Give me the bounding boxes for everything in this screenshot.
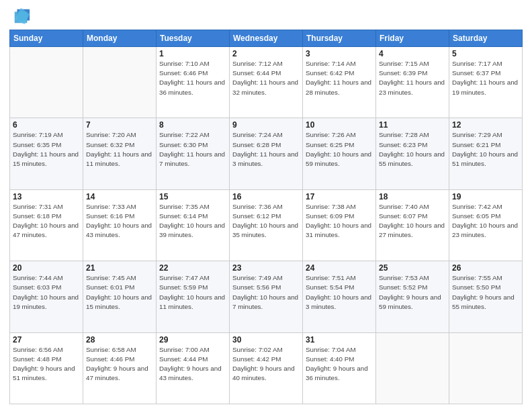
day-number: 5 xyxy=(452,49,519,58)
calendar-cell: 1Sunrise: 7:10 AM Sunset: 6:46 PM Daylig… xyxy=(157,47,230,118)
weekday-header-friday: Friday xyxy=(376,30,449,47)
day-info: Sunrise: 7:55 AM Sunset: 5:50 PM Dayligh… xyxy=(452,273,519,312)
week-row-4: 20Sunrise: 7:44 AM Sunset: 6:03 PM Dayli… xyxy=(10,261,523,332)
calendar-cell: 26Sunrise: 7:55 AM Sunset: 5:50 PM Dayli… xyxy=(449,261,523,332)
day-number: 13 xyxy=(13,192,80,201)
day-number: 8 xyxy=(159,120,226,130)
day-info: Sunrise: 7:12 AM Sunset: 6:44 PM Dayligh… xyxy=(232,59,300,97)
day-info: Sunrise: 7:22 AM Sunset: 6:30 PM Dayligh… xyxy=(159,130,226,169)
day-number: 16 xyxy=(232,192,300,201)
calendar-cell: 29Sunrise: 7:00 AM Sunset: 4:44 PM Dayli… xyxy=(157,332,230,404)
day-info: Sunrise: 7:17 AM Sunset: 6:37 PM Dayligh… xyxy=(452,59,519,97)
day-info: Sunrise: 7:20 AM Sunset: 6:32 PM Dayligh… xyxy=(86,130,153,169)
day-info: Sunrise: 7:24 AM Sunset: 6:28 PM Dayligh… xyxy=(232,130,300,169)
day-info: Sunrise: 6:56 AM Sunset: 4:48 PM Dayligh… xyxy=(13,345,80,383)
day-number: 24 xyxy=(306,263,373,273)
logo-icon xyxy=(12,7,31,26)
calendar-cell xyxy=(376,332,449,404)
day-info: Sunrise: 7:10 AM Sunset: 6:46 PM Dayligh… xyxy=(159,59,226,97)
page: SundayMondayTuesdayWednesdayThursdayFrid… xyxy=(0,0,532,411)
day-number: 7 xyxy=(86,120,153,130)
calendar-cell: 25Sunrise: 7:53 AM Sunset: 5:52 PM Dayli… xyxy=(376,261,449,332)
day-number: 22 xyxy=(159,263,226,273)
day-number: 26 xyxy=(452,263,519,273)
calendar-cell: 13Sunrise: 7:31 AM Sunset: 6:18 PM Dayli… xyxy=(10,189,83,261)
calendar-cell xyxy=(83,47,157,118)
day-number: 17 xyxy=(306,192,373,201)
calendar-table: SundayMondayTuesdayWednesdayThursdayFrid… xyxy=(9,30,523,404)
day-info: Sunrise: 7:45 AM Sunset: 6:01 PM Dayligh… xyxy=(86,273,153,312)
day-info: Sunrise: 7:38 AM Sunset: 6:09 PM Dayligh… xyxy=(306,202,373,240)
weekday-header-monday: Monday xyxy=(83,30,157,47)
day-number: 29 xyxy=(159,335,226,345)
calendar-cell: 15Sunrise: 7:35 AM Sunset: 6:14 PM Dayli… xyxy=(157,189,230,261)
day-number: 1 xyxy=(159,49,226,58)
day-info: Sunrise: 7:31 AM Sunset: 6:18 PM Dayligh… xyxy=(13,202,80,240)
calendar-cell: 17Sunrise: 7:38 AM Sunset: 6:09 PM Dayli… xyxy=(303,189,376,261)
day-number: 21 xyxy=(86,263,153,273)
calendar-cell: 23Sunrise: 7:49 AM Sunset: 5:56 PM Dayli… xyxy=(230,261,303,332)
day-info: Sunrise: 7:47 AM Sunset: 5:59 PM Dayligh… xyxy=(159,273,226,312)
calendar-cell: 10Sunrise: 7:26 AM Sunset: 6:25 PM Dayli… xyxy=(303,118,376,189)
calendar-cell: 12Sunrise: 7:29 AM Sunset: 6:21 PM Dayli… xyxy=(449,118,523,189)
calendar-cell: 30Sunrise: 7:02 AM Sunset: 4:42 PM Dayli… xyxy=(230,332,303,404)
weekday-header-wednesday: Wednesday xyxy=(230,30,303,47)
calendar-cell: 3Sunrise: 7:14 AM Sunset: 6:42 PM Daylig… xyxy=(303,47,376,118)
day-info: Sunrise: 7:19 AM Sunset: 6:35 PM Dayligh… xyxy=(13,130,80,169)
day-number: 3 xyxy=(306,49,373,58)
weekday-header-saturday: Saturday xyxy=(449,30,523,47)
week-row-2: 6Sunrise: 7:19 AM Sunset: 6:35 PM Daylig… xyxy=(10,118,523,189)
day-info: Sunrise: 7:40 AM Sunset: 6:07 PM Dayligh… xyxy=(379,202,446,240)
calendar-cell xyxy=(10,47,83,118)
day-number: 12 xyxy=(452,120,519,130)
calendar-cell: 22Sunrise: 7:47 AM Sunset: 5:59 PM Dayli… xyxy=(157,261,230,332)
calendar-cell: 19Sunrise: 7:42 AM Sunset: 6:05 PM Dayli… xyxy=(449,189,523,261)
calendar-cell: 9Sunrise: 7:24 AM Sunset: 6:28 PM Daylig… xyxy=(230,118,303,189)
day-info: Sunrise: 6:58 AM Sunset: 4:46 PM Dayligh… xyxy=(86,345,153,383)
day-number: 18 xyxy=(379,192,446,201)
day-info: Sunrise: 7:02 AM Sunset: 4:42 PM Dayligh… xyxy=(232,345,300,383)
calendar-cell: 4Sunrise: 7:15 AM Sunset: 6:39 PM Daylig… xyxy=(376,47,449,118)
logo xyxy=(9,7,31,26)
day-number: 23 xyxy=(232,263,300,273)
week-row-5: 27Sunrise: 6:56 AM Sunset: 4:48 PM Dayli… xyxy=(10,332,523,404)
day-info: Sunrise: 7:15 AM Sunset: 6:39 PM Dayligh… xyxy=(379,59,446,97)
calendar-cell: 7Sunrise: 7:20 AM Sunset: 6:32 PM Daylig… xyxy=(83,118,157,189)
day-info: Sunrise: 7:29 AM Sunset: 6:21 PM Dayligh… xyxy=(452,130,519,169)
week-row-3: 13Sunrise: 7:31 AM Sunset: 6:18 PM Dayli… xyxy=(10,189,523,261)
day-info: Sunrise: 7:33 AM Sunset: 6:16 PM Dayligh… xyxy=(86,202,153,240)
day-info: Sunrise: 7:42 AM Sunset: 6:05 PM Dayligh… xyxy=(452,202,519,240)
day-number: 19 xyxy=(452,192,519,201)
day-number: 4 xyxy=(379,49,446,58)
calendar-cell: 6Sunrise: 7:19 AM Sunset: 6:35 PM Daylig… xyxy=(10,118,83,189)
day-number: 9 xyxy=(232,120,300,130)
day-number: 30 xyxy=(232,335,300,345)
day-info: Sunrise: 7:36 AM Sunset: 6:12 PM Dayligh… xyxy=(232,202,300,240)
day-info: Sunrise: 7:00 AM Sunset: 4:44 PM Dayligh… xyxy=(159,345,226,383)
calendar-cell: 14Sunrise: 7:33 AM Sunset: 6:16 PM Dayli… xyxy=(83,189,157,261)
day-number: 31 xyxy=(306,335,373,345)
calendar-cell: 24Sunrise: 7:51 AM Sunset: 5:54 PM Dayli… xyxy=(303,261,376,332)
weekday-header-sunday: Sunday xyxy=(10,30,83,47)
day-number: 11 xyxy=(379,120,446,130)
calendar-cell: 16Sunrise: 7:36 AM Sunset: 6:12 PM Dayli… xyxy=(230,189,303,261)
weekday-header-tuesday: Tuesday xyxy=(157,30,230,47)
weekday-header-thursday: Thursday xyxy=(303,30,376,47)
day-info: Sunrise: 7:26 AM Sunset: 6:25 PM Dayligh… xyxy=(306,130,373,169)
day-number: 2 xyxy=(232,49,300,58)
day-number: 20 xyxy=(13,263,80,273)
day-info: Sunrise: 7:14 AM Sunset: 6:42 PM Dayligh… xyxy=(306,59,373,97)
day-number: 6 xyxy=(13,120,80,130)
day-info: Sunrise: 7:51 AM Sunset: 5:54 PM Dayligh… xyxy=(306,273,373,312)
calendar-cell xyxy=(449,332,523,404)
day-number: 28 xyxy=(86,335,153,345)
calendar-cell: 8Sunrise: 7:22 AM Sunset: 6:30 PM Daylig… xyxy=(157,118,230,189)
day-number: 27 xyxy=(13,335,80,345)
day-info: Sunrise: 7:49 AM Sunset: 5:56 PM Dayligh… xyxy=(232,273,300,312)
day-info: Sunrise: 7:53 AM Sunset: 5:52 PM Dayligh… xyxy=(379,273,446,312)
calendar-cell: 20Sunrise: 7:44 AM Sunset: 6:03 PM Dayli… xyxy=(10,261,83,332)
calendar-cell: 27Sunrise: 6:56 AM Sunset: 4:48 PM Dayli… xyxy=(10,332,83,404)
day-info: Sunrise: 7:35 AM Sunset: 6:14 PM Dayligh… xyxy=(159,202,226,240)
weekday-header-row: SundayMondayTuesdayWednesdayThursdayFrid… xyxy=(10,30,523,47)
day-number: 10 xyxy=(306,120,373,130)
